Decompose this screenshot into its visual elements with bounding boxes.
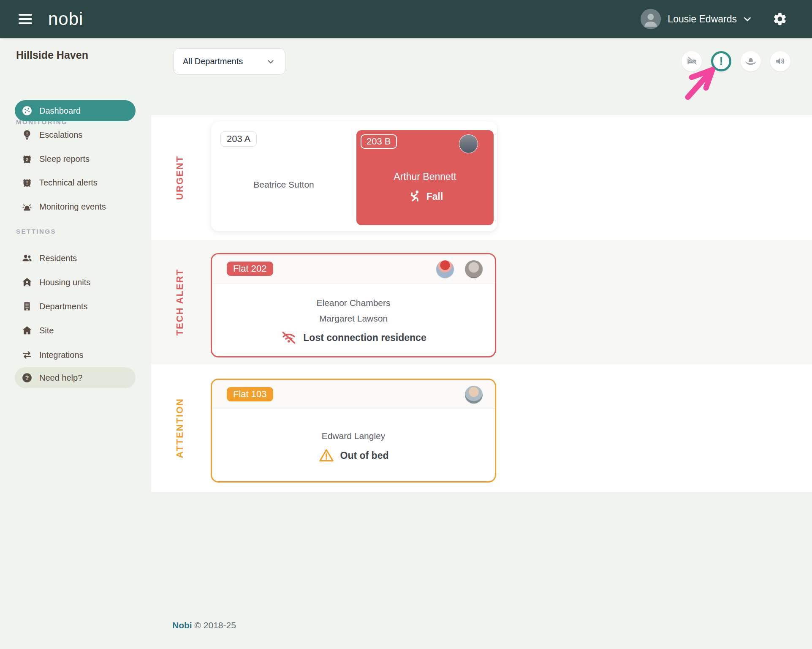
- urgent-row-label: URGENT: [171, 115, 189, 240]
- attention-card[interactable]: Flat 103 Edward Langley Out of bed: [211, 379, 496, 483]
- svg-text:!: !: [26, 180, 28, 186]
- settings-gear-icon[interactable]: [772, 11, 788, 27]
- sidebar-item-label: Sleep reports: [39, 154, 90, 164]
- escalations-icon: [22, 129, 33, 140]
- tech-alert-row: TECH ALERT Flat 202 Eleanor Chambers Mar…: [151, 240, 812, 364]
- alert-label: Lost connection residence: [303, 332, 426, 344]
- sidebar-item-sleep-reports[interactable]: z Sleep reports: [15, 148, 136, 169]
- section-label-settings: SETTINGS: [16, 228, 56, 235]
- sidebar-item-label: Integrations: [39, 350, 84, 360]
- resident-name: Margaret Lawson: [212, 314, 495, 324]
- sidebar-item-label: Housing units: [39, 278, 90, 287]
- help-icon: ?: [22, 372, 33, 383]
- integrations-icon: [22, 349, 33, 360]
- sidebar-item-departments[interactable]: Departments: [15, 296, 136, 317]
- nobi-logo: nobi: [48, 9, 83, 29]
- hamburger-menu-icon[interactable]: [19, 14, 32, 24]
- sidebar-item-technical-alerts[interactable]: ! Technical alerts: [15, 172, 136, 193]
- volume-icon: [774, 55, 786, 67]
- urgent-room-card[interactable]: 203 B Arthur Bennett Fall: [356, 130, 494, 225]
- footer-copyright-text: © 2018-25: [195, 620, 236, 630]
- app-header: nobi Lousie Edwards: [0, 0, 812, 38]
- sidebar-item-label: Monitoring events: [39, 202, 106, 212]
- room-badge: 203 A: [220, 131, 257, 147]
- alert-line: Lost connection residence: [212, 329, 495, 346]
- nobi-dashboard-app: nobi Lousie Edwards Hillside Haven MONIT…: [0, 0, 812, 649]
- attention-row: ATTENTION Flat 103 Edward Langley Out of…: [151, 364, 812, 492]
- resident-avatar: [465, 386, 483, 404]
- department-filter-value: All Departments: [183, 57, 266, 66]
- departments-icon: [22, 301, 33, 312]
- attention-row-label: ATTENTION: [171, 364, 189, 492]
- flat-badge: Flat 103: [227, 387, 273, 401]
- alert-exclamation-icon: !: [720, 56, 723, 67]
- person-silhouette-icon: [641, 9, 661, 29]
- site-name: Hillside Haven: [16, 49, 88, 61]
- dashboard-icon: [22, 105, 33, 116]
- resident-avatar: [459, 134, 478, 153]
- sidebar-item-label: Technical alerts: [39, 178, 98, 188]
- user-menu[interactable]: Lousie Edwards: [641, 9, 788, 29]
- sidebar-item-label: Site: [39, 326, 54, 335]
- footer-copyright: Nobi © 2018-25: [172, 620, 236, 630]
- warning-triangle-icon: [318, 447, 334, 464]
- sidebar-item-housing-units[interactable]: Housing units: [15, 272, 136, 293]
- resident-avatar: [465, 260, 483, 278]
- card-header: Flat 103: [212, 380, 495, 409]
- residents-icon: [22, 253, 33, 264]
- sidebar-item-integrations[interactable]: Integrations: [15, 344, 136, 365]
- resident-name: Eleanor Chambers: [212, 298, 495, 308]
- nap-filter-button[interactable]: [741, 51, 761, 71]
- monitoring-events-icon: [22, 201, 33, 212]
- sidebar-item-label: Departments: [39, 302, 88, 311]
- site-icon: [22, 325, 33, 336]
- footer-brand-link[interactable]: Nobi: [172, 620, 192, 630]
- svg-text:z: z: [26, 157, 28, 162]
- card-header: Flat 202: [212, 254, 495, 284]
- sidebar-item-residents[interactable]: Residents: [15, 248, 136, 269]
- resident-name: Beatrice Sutton: [211, 180, 356, 190]
- alert-rows: URGENT 203 A Beatrice Sutton 203 B Arthu…: [151, 115, 812, 492]
- sidebar-item-label: Need help?: [39, 373, 82, 383]
- tech-alert-row-label: TECH ALERT: [171, 240, 189, 364]
- urgent-row: URGENT 203 A Beatrice Sutton 203 B Arthu…: [151, 115, 812, 240]
- user-name[interactable]: Lousie Edwards: [668, 14, 737, 25]
- room-badge: 203 B: [361, 134, 397, 149]
- sidebar-item-dashboard[interactable]: Dashboard: [15, 100, 136, 121]
- sleep-reports-icon: z: [22, 153, 33, 164]
- user-avatar[interactable]: [641, 9, 661, 29]
- chevron-down-icon[interactable]: [742, 14, 753, 25]
- urgent-housing-unit-card[interactable]: 203 A Beatrice Sutton 203 B Arthur Benne…: [211, 121, 497, 231]
- wifi-slash-icon: [280, 329, 297, 346]
- sidebar-item-label: Escalations: [39, 130, 82, 140]
- sidebar-item-escalations[interactable]: Escalations: [15, 124, 136, 145]
- cowboy-hat-icon: [744, 55, 757, 68]
- sidebar-item-need-help[interactable]: ? Need help?: [15, 367, 136, 388]
- resident-name: Edward Langley: [212, 431, 495, 441]
- tech-alert-card[interactable]: Flat 202 Eleanor Chambers Margaret Lawso…: [211, 253, 496, 357]
- sound-button[interactable]: [770, 51, 790, 71]
- annotation-arrow: [681, 64, 720, 103]
- sidebar-item-monitoring-events[interactable]: Monitoring events: [15, 196, 136, 217]
- sidebar-item-label: Residents: [39, 254, 77, 263]
- alert-line: Out of bed: [212, 447, 495, 464]
- department-filter-select[interactable]: All Departments: [173, 48, 285, 75]
- alert-line: Fall: [356, 189, 494, 204]
- resident-name: Arthur Bennett: [356, 171, 494, 183]
- sidebar-item-site[interactable]: Site: [15, 320, 136, 341]
- flat-badge: Flat 202: [227, 262, 273, 276]
- fall-icon: [407, 189, 421, 204]
- technical-alerts-icon: !: [22, 177, 33, 188]
- svg-text:?: ?: [25, 374, 29, 381]
- resident-avatar: [436, 260, 454, 278]
- alert-label: Out of bed: [340, 450, 389, 461]
- housing-units-icon: [22, 277, 33, 288]
- sidebar: Hillside Haven MONITORING Dashboard Esca…: [0, 38, 151, 649]
- alert-label: Fall: [426, 191, 443, 202]
- sidebar-item-label: Dashboard: [39, 106, 81, 116]
- chevron-down-icon: [266, 57, 276, 67]
